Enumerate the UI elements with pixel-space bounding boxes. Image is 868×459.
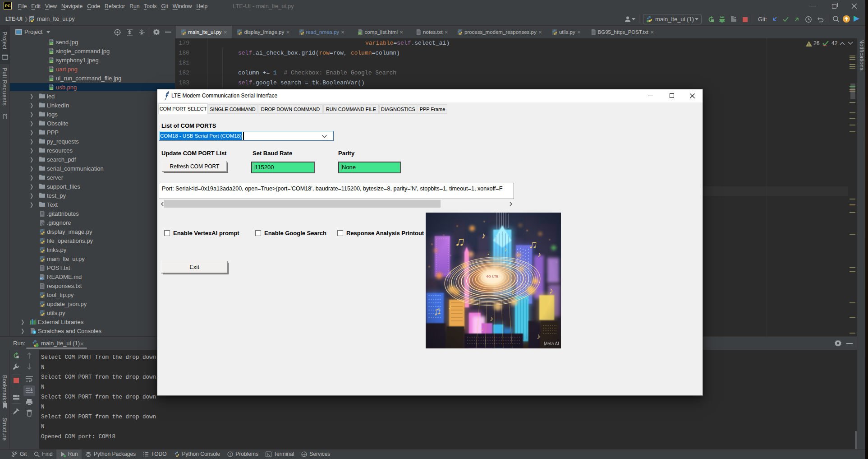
svg-text:MD: MD — [40, 278, 44, 280]
svg-text:Meta AI: Meta AI — [544, 341, 559, 346]
svg-text:22: 22 — [50, 85, 53, 87]
svg-text:22: 22 — [50, 40, 53, 42]
svg-text:H: H — [358, 32, 360, 35]
svg-text:22: 22 — [50, 49, 53, 51]
svg-text:22: 22 — [50, 58, 53, 60]
svg-text:22: 22 — [50, 67, 53, 69]
svg-text:22: 22 — [50, 76, 53, 78]
